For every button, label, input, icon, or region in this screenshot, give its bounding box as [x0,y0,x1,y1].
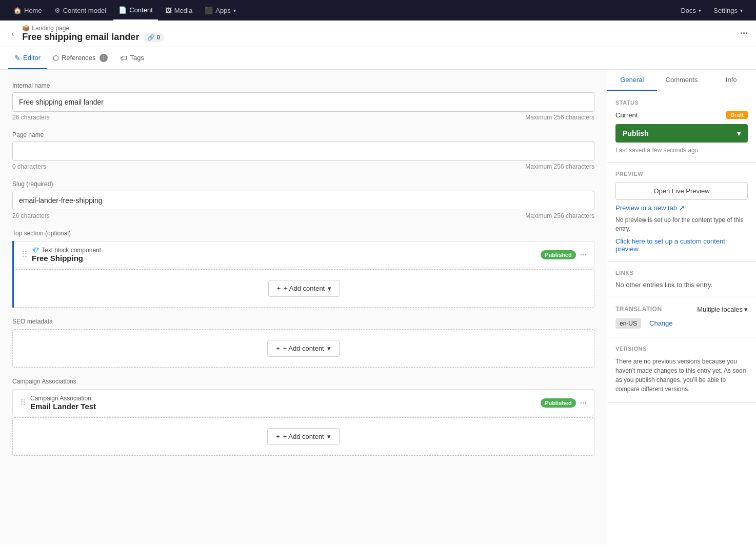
last-saved: Last saved a few seconds ago [615,147,748,154]
versions-section: VERSIONS There are no previous versions … [607,337,756,402]
more-options-button[interactable]: ··· [740,28,748,39]
top-section-block: Top section (optional) ⠿ 💎 Text block co… [12,230,594,308]
internal-name-meta: 26 characters Maximum 256 characters [12,114,594,121]
media-icon: 🖼 [165,7,172,14]
plus-icon: + [276,433,280,440]
chevron-down-icon: ▾ [737,129,741,137]
campaign-card-right: Published ··· [541,398,587,408]
settings-icon: ⚙ [54,7,61,14]
links-section: LINKS No other entries link to this entr… [607,261,756,297]
top-section-label: Top section (optional) [12,230,594,237]
sidebar-tabs: General Comments Info [607,70,756,91]
translation-title: TRANSLATION [615,306,662,313]
links-title: LINKS [615,270,748,276]
card-name: Free Shipping [32,254,101,262]
open-live-preview-button[interactable]: Open Live Preview [615,182,748,200]
seo-metadata-label: SEO metadata [12,318,594,325]
top-section-add-content-box: + + Add content ▾ [14,269,594,308]
text-block-card[interactable]: ⠿ 💎 Text block component Free Shipping P… [14,241,594,268]
versions-note: There are no previous versions because y… [615,357,748,394]
preview-title: PREVIEW [615,171,748,177]
chevron-down-icon: ▾ [233,8,236,13]
drag-handle[interactable]: ⠿ [20,398,26,408]
sidebar-tab-info[interactable]: Info [706,70,756,91]
nav-media[interactable]: 🖼 Media [160,0,197,21]
editor-area: Internal name 26 characters Maximum 256 … [0,70,607,545]
campaign-add-content-button[interactable]: + + Add content ▾ [267,428,339,445]
locale-row: en-US Change [615,318,748,329]
preview-note: No preview is set up for the content typ… [615,216,748,233]
tabs-bar: ✎ Editor ⬡ References i 🏷 Tags [0,47,756,70]
top-section-content: ⠿ 💎 Text block component Free Shipping P… [12,241,594,308]
setup-preview-link[interactable]: Click here to set up a custom content pr… [615,237,748,253]
page-name-input[interactable] [12,141,594,161]
campaign-card-type: Campaign Association [30,395,96,402]
translation-row: TRANSLATION Multiple locales ▾ [615,306,748,313]
campaign-card-more-button[interactable]: ··· [580,398,587,408]
card-left: ⠿ 💎 Text block component Free Shipping [22,247,101,262]
plus-icon: + [276,345,280,352]
preview-section: PREVIEW Open Live Preview Preview in a n… [607,163,756,261]
info-icon: i [100,54,108,62]
card-right: Published ··· [541,250,587,259]
draft-badge: Draft [726,111,748,119]
breadcrumb: 📦 Landing page Free shipping email lande… [22,25,735,43]
campaign-card-name: Email Lander Test [30,402,96,411]
nav-home[interactable]: 🏠 Home [8,0,47,21]
home-icon: 🏠 [13,7,22,14]
campaign-assoc-card[interactable]: ⠿ Campaign Association Email Lander Test… [12,389,594,416]
breadcrumb-parent: 📦 Landing page [22,25,735,32]
chevron-down-icon: ▾ [744,306,748,313]
plus-icon: + [277,285,281,292]
status-title: STATUS [615,99,748,106]
apps-icon: ⬛ [205,7,213,14]
link-count-badge: 🔗 0 [143,33,164,42]
card-info: 💎 Text block component Free Shipping [32,247,101,262]
drag-handle[interactable]: ⠿ [22,250,28,259]
breadcrumb-bar: ‹ 📦 Landing page Free shipping email lan… [0,21,756,47]
tab-editor[interactable]: ✎ Editor [8,47,47,69]
sidebar-right: General Comments Info STATUS Current Dra… [607,70,756,545]
tab-references[interactable]: ⬡ References i [47,47,114,69]
slug-field: Slug (required) 26 characters Maximum 25… [12,180,594,219]
versions-title: VERSIONS [615,346,748,352]
link-icon: 🔗 [147,34,155,41]
diamond-icon: 💎 [32,247,39,254]
card-more-button[interactable]: ··· [580,250,587,259]
internal-name-field: Internal name 26 characters Maximum 256 … [12,82,594,121]
campaign-card-info: Campaign Association Email Lander Test [30,395,96,411]
nav-content[interactable]: 📄 Content [113,0,158,21]
change-locale-link[interactable]: Change [649,319,673,327]
external-link-icon: ↗ [679,204,685,212]
top-section-add-content-button[interactable]: + + Add content ▾ [268,280,340,297]
nav-content-model[interactable]: ⚙ Content model [49,0,112,21]
multiple-locales-selector[interactable]: Multiple locales ▾ [697,306,748,313]
back-button[interactable]: ‹ [8,28,17,39]
tab-tags[interactable]: 🏷 Tags [114,47,150,69]
internal-name-label: Internal name [12,82,594,89]
preview-new-tab-link[interactable]: Preview in a new tab ↗ [615,204,748,212]
main-layout: Internal name 26 characters Maximum 256 … [0,70,756,545]
sidebar-tab-comments[interactable]: Comments [657,70,707,91]
nav-apps[interactable]: ⬛ Apps ▾ [200,0,241,21]
seo-metadata-block: SEO metadata + + Add content ▾ [12,318,594,368]
chevron-down-icon: ▾ [699,8,701,13]
links-note: No other entries link to this entry. [615,281,748,289]
nav-docs[interactable]: Docs ▾ [675,7,706,14]
breadcrumb-parent-icon: 📦 [22,25,30,32]
tags-icon: 🏷 [120,54,127,62]
publish-button[interactable]: Publish ▾ [615,124,748,143]
page-name-meta: 0 characters Maximum 256 characters [12,163,594,170]
document-icon: 📄 [118,6,127,14]
sidebar-tab-general[interactable]: General [607,70,657,91]
internal-name-input[interactable] [12,92,594,112]
chevron-down-icon: ▾ [327,345,331,352]
seo-metadata-add-content-box: + + Add content ▾ [12,329,594,368]
nav-settings[interactable]: Settings ▾ [708,7,748,14]
locale-tag: en-US [615,318,641,329]
slug-input[interactable] [12,191,594,210]
slug-label: Slug (required) [12,180,594,188]
seo-metadata-add-content-button[interactable]: + + Add content ▾ [267,340,339,357]
current-label: Current [615,111,638,119]
chevron-down-icon: ▾ [328,285,331,292]
